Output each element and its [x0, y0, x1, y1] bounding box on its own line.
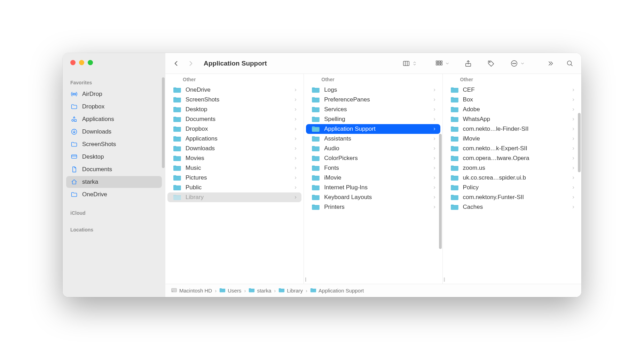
- folder-icon: [278, 288, 285, 294]
- close-button[interactable]: [70, 60, 76, 65]
- folder-row[interactable]: com.nektony.Funter-SII: [445, 192, 579, 202]
- folder-row[interactable]: iMovie: [306, 173, 440, 183]
- sidebar-item-downloads[interactable]: Downloads: [66, 126, 162, 138]
- folder-row[interactable]: Pictures: [167, 173, 301, 183]
- breadcrumb-segment[interactable]: Library: [278, 288, 303, 294]
- chevron-right-icon: [432, 117, 437, 121]
- folder-row[interactable]: Policy: [445, 183, 579, 192]
- folder-row[interactable]: Documents: [167, 114, 301, 124]
- folder-row[interactable]: WhatsApp: [445, 114, 579, 124]
- breadcrumb-segment[interactable]: Application Support: [310, 288, 364, 294]
- folder-row[interactable]: OneDrive: [167, 85, 301, 95]
- folder-label: com.opera…tware.Opera: [463, 155, 567, 162]
- svg-rect-9: [436, 61, 438, 62]
- minimize-button[interactable]: [79, 60, 84, 65]
- column-3: Other CEF Box Adobe WhatsApp com.nekto…l…: [443, 74, 581, 284]
- folder-row[interactable]: Printers: [306, 202, 440, 212]
- svg-point-0: [73, 93, 75, 95]
- overflow-button[interactable]: [546, 59, 555, 68]
- folder-row[interactable]: Caches: [445, 202, 579, 212]
- breadcrumb-label: Macintosh HD: [179, 288, 212, 294]
- folder-row[interactable]: Audio: [306, 144, 440, 153]
- folder-row[interactable]: Public: [167, 183, 301, 192]
- folder-row[interactable]: Logs: [306, 85, 440, 95]
- folder-icon: [450, 135, 460, 143]
- column-scrollbar-thumb[interactable]: [578, 113, 581, 172]
- folder-row[interactable]: Assistants: [306, 134, 440, 144]
- column-scrollbar-thumb[interactable]: [439, 134, 442, 249]
- folder-label: Application Support: [324, 125, 428, 132]
- folder-row[interactable]: ScreenShots: [167, 95, 301, 105]
- folder-row[interactable]: uk.co.screa…spider.ui.b: [445, 173, 579, 183]
- folder-row[interactable]: Library: [167, 192, 301, 202]
- folder-icon: [312, 135, 321, 143]
- folder-row[interactable]: Music: [167, 163, 301, 173]
- folder-row[interactable]: Spelling: [306, 114, 440, 124]
- folder-row[interactable]: Box: [445, 95, 579, 105]
- folder-row[interactable]: Adobe: [445, 105, 579, 114]
- folder-row[interactable]: Dropbox: [167, 124, 301, 134]
- sidebar-item-label: ScreenShots: [82, 141, 116, 148]
- breadcrumb-label: Users: [228, 288, 241, 294]
- back-button[interactable]: [172, 60, 180, 67]
- folder-row[interactable]: PreferencePanes: [306, 95, 440, 105]
- folder-row[interactable]: com.opera…tware.Opera: [445, 153, 579, 163]
- folder-row[interactable]: ColorPickers: [306, 153, 440, 163]
- folder-label: Internet Plug-Ins: [324, 184, 428, 191]
- sidebar-item-label: OneDrive: [82, 191, 107, 198]
- chevron-right-icon: [293, 117, 298, 121]
- folder-row[interactable]: iMovie: [445, 134, 579, 144]
- sidebar-item-applications[interactable]: Applications: [66, 113, 162, 125]
- search-button[interactable]: [565, 59, 574, 68]
- share-button[interactable]: [464, 59, 473, 68]
- more-button[interactable]: [510, 59, 525, 68]
- folder-row[interactable]: Applications: [167, 134, 301, 144]
- chevron-right-icon: [571, 117, 576, 121]
- sidebar-item-dropbox[interactable]: Dropbox: [66, 101, 162, 113]
- folder-row[interactable]: Internet Plug-Ins: [306, 183, 440, 192]
- breadcrumb-segment[interactable]: starka: [249, 288, 271, 294]
- folder-icon: [173, 174, 182, 182]
- folder-row[interactable]: Keyboard Layouts: [306, 192, 440, 202]
- breadcrumb-segment[interactable]: Users: [219, 288, 241, 294]
- svg-rect-4: [72, 155, 77, 158]
- folder-row[interactable]: Downloads: [167, 144, 301, 153]
- chevron-right-icon: [293, 147, 298, 150]
- breadcrumb-separator: ›: [274, 288, 276, 294]
- column-header: Other: [304, 74, 442, 85]
- svg-rect-11: [441, 61, 442, 62]
- folder-label: Assistants: [324, 135, 428, 142]
- folder-row[interactable]: CEF: [445, 85, 579, 95]
- folder-row[interactable]: Fonts: [306, 163, 440, 173]
- chevron-right-icon: [293, 176, 298, 180]
- view-mode-button[interactable]: [402, 59, 417, 68]
- sidebar-item-airdrop[interactable]: AirDrop: [66, 88, 162, 100]
- folder-row[interactable]: Movies: [167, 153, 301, 163]
- sidebar-item-screenshots[interactable]: ScreenShots: [66, 138, 162, 150]
- sidebar-item-desktop[interactable]: Desktop: [66, 151, 162, 163]
- folder-icon: [450, 184, 460, 191]
- sidebar-scrollbar-thumb[interactable]: [162, 77, 165, 168]
- folder-label: iMovie: [324, 174, 428, 181]
- fullscreen-button[interactable]: [88, 60, 93, 65]
- chevron-right-icon: [432, 108, 437, 111]
- sidebar-item-documents[interactable]: Documents: [66, 163, 162, 175]
- sidebar-item-onedrive[interactable]: OneDrive: [66, 189, 162, 200]
- sidebar-item-starka[interactable]: starka: [66, 176, 162, 188]
- folder-row[interactable]: Desktop: [167, 105, 301, 114]
- tags-button[interactable]: [487, 59, 496, 68]
- group-button[interactable]: [434, 59, 450, 68]
- svg-point-1: [72, 120, 73, 121]
- folder-row[interactable]: zoom.us: [445, 163, 579, 173]
- folder-row[interactable]: com.nekto…le-Finder-SII: [445, 124, 579, 134]
- folder-label: Caches: [463, 204, 567, 211]
- folder-row[interactable]: Application Support: [306, 124, 440, 134]
- folder-row[interactable]: Services: [306, 105, 440, 114]
- folder-icon: [450, 145, 460, 152]
- main-area: Application Support: [165, 53, 581, 297]
- folder-icon: [450, 174, 460, 182]
- breadcrumb-segment[interactable]: Macintosh HD: [171, 288, 212, 294]
- forward-button[interactable]: [187, 60, 195, 67]
- folder-row[interactable]: com.nekto…k-Expert-SII: [445, 144, 579, 153]
- folder-label: PreferencePanes: [324, 96, 428, 103]
